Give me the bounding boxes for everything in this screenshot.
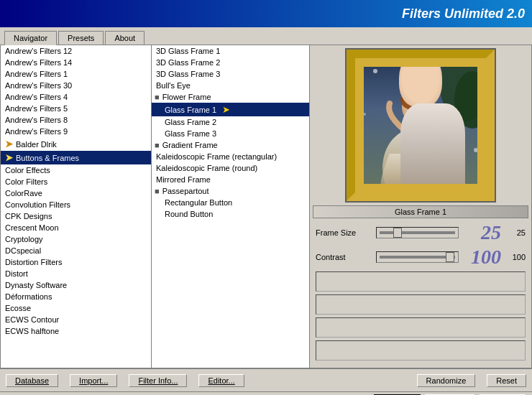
category-list: Andrew's Filters 12 Andrew's Filters 14 … — [1, 45, 152, 368]
category-item[interactable]: Andrew's Filters 14 — [1, 57, 151, 68]
database-button[interactable]: Database — [6, 374, 58, 387]
controls-area: Frame Size 25 25 Contrast 100 100 — [313, 221, 528, 365]
import-button[interactable]: Import... — [70, 374, 117, 387]
contrast-value: 100 — [504, 253, 526, 261]
category-item[interactable]: Convolution Filters — [1, 199, 151, 210]
selected-filter-name: Glass Frame 1 — [395, 208, 446, 216]
filter-item-glass-frame-1[interactable]: Glass Frame 1 ➤ — [152, 103, 309, 116]
category-item[interactable]: Andrew's Filters 8 — [1, 114, 151, 126]
filter-item[interactable]: Kaleidoscopic Frame (rectangular) — [152, 151, 309, 162]
category-item[interactable]: Andrew's Filters 9 — [1, 126, 151, 137]
contrast-control: Contrast 100 100 — [316, 247, 526, 267]
dot-icon: ■ — [155, 141, 160, 149]
category-item[interactable]: Andrew's Filters 4 — [1, 91, 151, 103]
preview-figure — [354, 48, 487, 203]
filter-item[interactable]: Glass Frame 2 — [152, 116, 309, 128]
category-item[interactable]: Dynasty Software — [1, 279, 151, 291]
filter-item-mirrored-frame[interactable]: Mirrored Frame — [152, 174, 309, 185]
tab-presets[interactable]: Presets — [58, 31, 104, 45]
bottom-toolbar: Database Import... Filter Info... Editor… — [0, 368, 532, 391]
filter-section-header[interactable]: ■ Gradient Frame — [152, 139, 309, 151]
svg-point-7 — [400, 89, 429, 111]
filter-name-bar: Glass Frame 1 — [313, 205, 528, 218]
category-item-color-filters[interactable]: Color Filters — [1, 176, 151, 187]
contrast-slider[interactable] — [376, 251, 459, 263]
svg-point-11 — [363, 113, 366, 116]
svg-point-10 — [467, 62, 470, 65]
category-item[interactable]: DCspecial — [1, 245, 151, 256]
tab-bar: Navigator Presets About — [0, 27, 532, 45]
category-item[interactable]: Andrew's Filters 30 — [1, 80, 151, 91]
svg-rect-5 — [403, 118, 427, 154]
filter-section-header[interactable]: ■ Flower Frame — [152, 91, 309, 103]
filter-item-round-button[interactable]: Round Button — [152, 208, 309, 220]
app-title: Filters Unlimited 2.0 — [402, 6, 525, 22]
randomize-button[interactable]: Randomize — [417, 374, 476, 387]
filter-section-header[interactable]: ■ Passepartout — [152, 185, 309, 197]
editor-button[interactable]: Editor... — [198, 374, 244, 387]
frame-size-value: 25 — [504, 228, 526, 237]
svg-point-8 — [418, 96, 433, 125]
title-bar: Filters Unlimited 2.0 — [0, 0, 532, 27]
tab-about[interactable]: About — [105, 31, 145, 45]
contrast-big-value: 100 — [462, 247, 501, 267]
category-item[interactable]: Distort — [1, 268, 151, 279]
empty-control-row — [316, 294, 526, 315]
preview-svg — [354, 48, 487, 203]
frame-size-slider[interactable] — [376, 227, 459, 238]
category-item[interactable]: ➤ Balder Dlrik — [1, 137, 151, 151]
category-item[interactable]: Déformations — [1, 291, 151, 302]
category-item-color-effects[interactable]: Color Effects — [1, 164, 151, 176]
reset-button[interactable]: Reset — [487, 374, 526, 387]
category-item[interactable]: ECWS Contour — [1, 314, 151, 325]
frame-size-control: Frame Size 25 25 — [316, 223, 526, 243]
category-item[interactable]: ECWS halftone — [1, 325, 151, 337]
filter-item[interactable]: Kaleidoscopic Frame (round) — [152, 162, 309, 174]
category-item-buttons-frames[interactable]: ➤ Buttons & Frames — [1, 151, 151, 164]
frame-size-label: Frame Size — [316, 228, 373, 237]
filter-item[interactable]: Rectangular Button — [152, 197, 309, 208]
preview-image — [345, 48, 496, 203]
filter-item[interactable]: Bull's Eye — [152, 80, 309, 91]
empty-control-row — [316, 340, 526, 361]
filter-item[interactable]: 3D Glass Frame 1 — [152, 45, 309, 57]
category-item[interactable]: Andrew's Filters 5 — [1, 103, 151, 114]
status-bar: Database: ICNET-Filters Filters: 2262 Ap… — [0, 391, 532, 395]
right-panel: Glass Frame 1 Frame Size 25 25 Contrast — [310, 45, 531, 368]
category-item[interactable]: Andrew's Filters 1 — [1, 68, 151, 80]
category-item[interactable]: Distortion Filters — [1, 256, 151, 268]
category-item[interactable]: ColorRave — [1, 187, 151, 199]
slider-thumb[interactable] — [446, 252, 454, 262]
dot-icon: ■ — [155, 187, 160, 195]
filter-info-button[interactable]: Filter Info... — [129, 374, 187, 387]
filter-list: 3D Glass Frame 1 3D Glass Frame 2 3D Gla… — [152, 45, 310, 368]
arrow-icon: ➤ — [222, 104, 230, 115]
svg-point-9 — [373, 69, 377, 73]
slider-thumb[interactable] — [393, 228, 402, 238]
empty-control-row — [316, 271, 526, 292]
dot-icon: ■ — [155, 93, 160, 101]
filter-item[interactable]: Glass Frame 3 — [152, 128, 309, 139]
svg-point-12 — [474, 148, 478, 152]
filter-item[interactable]: 3D Glass Frame 3 — [152, 68, 309, 80]
slider-track — [380, 231, 455, 234]
frame-size-big-value: 25 — [462, 223, 501, 243]
category-item[interactable]: CPK Designs — [1, 210, 151, 222]
category-item[interactable]: Crescent Moon — [1, 222, 151, 233]
category-item[interactable]: Andrew's Filters 12 — [1, 45, 151, 57]
category-item[interactable]: Ecosse — [1, 302, 151, 314]
filter-item[interactable]: 3D Glass Frame 2 — [152, 57, 309, 68]
empty-control-row — [316, 317, 526, 338]
main-content: Andrew's Filters 12 Andrew's Filters 14 … — [0, 45, 532, 368]
contrast-label: Contrast — [316, 253, 373, 261]
arrow-icon: ➤ — [5, 139, 13, 149]
category-item[interactable]: Cryptology — [1, 233, 151, 245]
arrow-icon: ➤ — [5, 152, 13, 163]
slider-track — [380, 256, 455, 259]
tab-navigator[interactable]: Navigator — [4, 31, 57, 45]
